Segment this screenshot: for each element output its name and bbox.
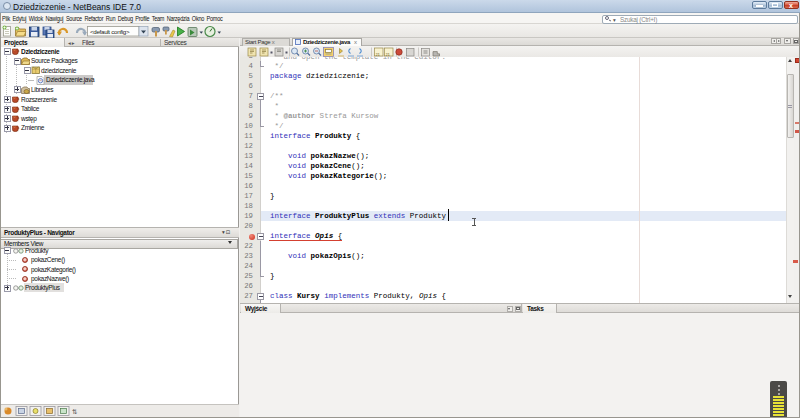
- svg-text:₂₁: ₂₁: [376, 50, 380, 56]
- svg-text:<default config>: <default config>: [90, 28, 130, 35]
- svg-text:⇅: ⇅: [72, 408, 78, 415]
- svg-text:₂₁: ₂₁: [386, 50, 390, 56]
